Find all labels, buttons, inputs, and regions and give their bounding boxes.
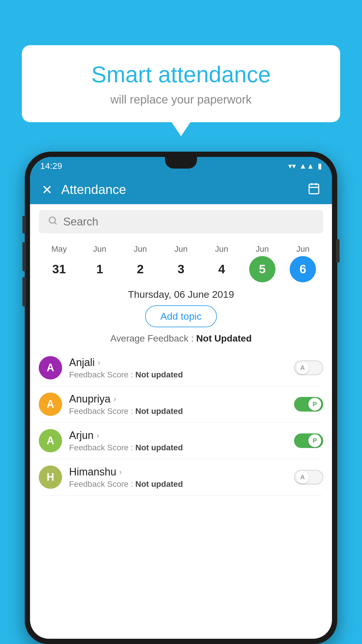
calendar-date[interactable]: 31 (46, 256, 72, 282)
calendar-day[interactable]: Jun5 (245, 244, 280, 282)
calendar-date[interactable]: 4 (208, 256, 235, 282)
calendar-strip: May31Jun1Jun2Jun3Jun4Jun5Jun6 (30, 239, 332, 282)
calendar-month: Jun (134, 244, 147, 254)
student-name[interactable]: Anjali › (69, 356, 294, 369)
chevron-right-icon: › (119, 467, 122, 477)
avatar: A (39, 356, 62, 379)
student-feedback: Feedback Score : Not updated (69, 443, 294, 452)
student-feedback: Feedback Score : Not updated (69, 480, 294, 489)
average-feedback: Average Feedback : Not Updated (30, 333, 332, 344)
calendar-month: May (51, 244, 67, 254)
speech-bubble-subtitle: will replace your paperwork (39, 93, 323, 106)
student-item[interactable]: AArjun ›Feedback Score : Not updatedP (39, 423, 323, 459)
avatar: H (39, 466, 62, 489)
avatar: A (39, 393, 62, 416)
calendar-day[interactable]: Jun1 (82, 244, 117, 282)
student-info: Anupriya ›Feedback Score : Not updated (69, 393, 294, 416)
add-topic-button[interactable]: Add topic (145, 305, 217, 327)
app-bar-title: Attendance (61, 182, 307, 197)
avatar: A (39, 429, 62, 452)
calendar-date[interactable]: 5 (249, 256, 275, 282)
calendar-month: Jun (174, 244, 187, 254)
power-button (336, 239, 340, 262)
calendar-day[interactable]: Jun4 (204, 244, 239, 282)
phone-shell: 14:29 ▾▾ ▲▲ ▮ ✕ Attendance (25, 152, 337, 644)
svg-point-4 (49, 217, 55, 223)
battery-icon: ▮ (318, 162, 322, 171)
volume-down-button (22, 277, 26, 306)
calendar-date[interactable]: 2 (127, 256, 154, 282)
volume-up-button (22, 242, 26, 271)
average-feedback-label: Average Feedback : (110, 333, 194, 344)
calendar-month: Jun (256, 244, 269, 254)
speech-bubble-container: Smart attendance will replace your paper… (22, 45, 340, 122)
selected-date-label: Thursday, 06 June 2019 (30, 289, 332, 300)
calendar-month: Jun (296, 244, 310, 254)
toggle-thumb: P (308, 434, 321, 447)
student-item[interactable]: HHimanshu ›Feedback Score : Not updatedA (39, 459, 323, 496)
search-input[interactable] (63, 216, 314, 228)
attendance-toggle[interactable]: P (294, 397, 323, 412)
calendar-icon[interactable] (307, 182, 320, 197)
svg-line-5 (55, 222, 57, 224)
student-item[interactable]: AAnupriya ›Feedback Score : Not updatedP (39, 386, 323, 423)
phone-screen: 14:29 ▾▾ ▲▲ ▮ ✕ Attendance (30, 157, 332, 639)
student-name[interactable]: Anupriya › (69, 393, 294, 405)
close-button[interactable]: ✕ (42, 182, 52, 197)
calendar-day[interactable]: May31 (42, 244, 77, 282)
chevron-right-icon: › (96, 431, 99, 440)
chevron-right-icon: › (113, 394, 116, 404)
student-feedback: Feedback Score : Not updated (69, 370, 294, 379)
average-feedback-value: Not Updated (196, 333, 252, 344)
status-icons: ▾▾ ▲▲ ▮ (288, 162, 322, 171)
calendar-month: Jun (215, 244, 228, 254)
svg-rect-0 (309, 184, 319, 194)
toggle-thumb: A (296, 361, 309, 374)
chevron-right-icon: › (98, 358, 100, 367)
student-info: Arjun ›Feedback Score : Not updated (69, 429, 294, 452)
student-info: Himanshu ›Feedback Score : Not updated (69, 466, 294, 489)
toggle-thumb: A (296, 471, 309, 484)
wifi-icon: ▾▾ (288, 162, 296, 171)
calendar-day[interactable]: Jun3 (164, 244, 198, 282)
student-info: Anjali ›Feedback Score : Not updated (69, 356, 294, 379)
speech-bubble-title: Smart attendance (39, 61, 323, 88)
attendance-toggle[interactable]: P (294, 433, 323, 448)
speech-bubble: Smart attendance will replace your paper… (22, 45, 340, 122)
search-icon (48, 215, 58, 228)
phone-notch (165, 157, 197, 169)
volume-silent-button (22, 216, 26, 233)
student-name[interactable]: Himanshu › (69, 466, 294, 478)
status-time: 14:29 (40, 161, 62, 171)
calendar-date[interactable]: 3 (168, 256, 194, 282)
calendar-date[interactable]: 1 (87, 256, 113, 282)
search-bar[interactable] (39, 210, 323, 233)
status-bar: 14:29 ▾▾ ▲▲ ▮ (30, 157, 332, 175)
student-feedback: Feedback Score : Not updated (69, 407, 294, 416)
attendance-toggle[interactable]: A (294, 360, 323, 375)
attendance-toggle[interactable]: A (294, 470, 323, 484)
calendar-month: Jun (93, 244, 106, 254)
toggle-thumb: P (308, 398, 321, 411)
student-list: AAnjali ›Feedback Score : Not updatedAAA… (30, 350, 332, 496)
calendar-date[interactable]: 6 (290, 256, 316, 282)
app-bar: ✕ Attendance (30, 175, 332, 204)
calendar-day[interactable]: Jun2 (123, 244, 158, 282)
student-item[interactable]: AAnjali ›Feedback Score : Not updatedA (39, 350, 323, 386)
student-name[interactable]: Arjun › (69, 429, 294, 442)
signal-icon: ▲▲ (299, 162, 314, 171)
calendar-day[interactable]: Jun6 (285, 244, 320, 282)
